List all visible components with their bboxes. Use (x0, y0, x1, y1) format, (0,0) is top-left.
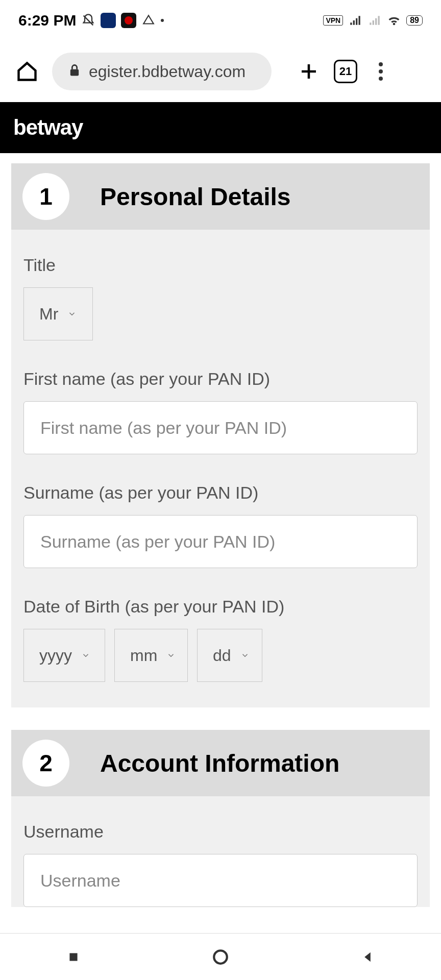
app-icon-1 (101, 13, 116, 28)
section-header: 1 Personal Details (11, 163, 430, 230)
dob-field: Date of Birth (as per your PAN ID) yyyy … (23, 597, 418, 682)
status-right: VPN 89 (323, 13, 423, 28)
status-time: 6:29 PM (18, 12, 76, 29)
browser-menu-button[interactable] (371, 60, 391, 83)
section-title: Account Information (100, 749, 339, 777)
signal-icon-2 (368, 13, 382, 28)
section-body: Title Mr First name (as per your PAN ID)… (11, 230, 430, 707)
url-text: egister.bdbetway.com (89, 62, 246, 81)
status-left: 6:29 PM (18, 12, 164, 29)
surname-field: Surname (as per your PAN ID) (23, 483, 418, 568)
year-select[interactable]: yyyy (23, 629, 105, 682)
tab-switcher-button[interactable]: 21 (334, 60, 357, 83)
section-title: Personal Details (100, 183, 291, 211)
personal-details-section: 1 Personal Details Title Mr First name (… (11, 163, 430, 707)
month-value: mm (130, 646, 157, 665)
tab-count: 21 (339, 65, 352, 78)
new-tab-button[interactable] (297, 60, 321, 83)
chevron-down-icon (166, 651, 176, 660)
account-information-section: 2 Account Information Username (11, 730, 430, 907)
wifi-icon (387, 13, 401, 28)
svg-point-2 (214, 950, 227, 964)
chevron-down-icon (240, 651, 250, 660)
chevron-down-icon (67, 309, 77, 318)
svg-rect-0 (70, 69, 79, 76)
firstname-label: First name (as per your PAN ID) (23, 369, 418, 389)
month-select[interactable]: mm (114, 629, 188, 682)
svg-rect-1 (69, 953, 77, 961)
dob-select-group: yyyy mm dd (23, 629, 418, 682)
back-button[interactable] (357, 947, 378, 967)
chevron-down-icon (81, 651, 90, 660)
url-bar[interactable]: egister.bdbetway.com (52, 53, 272, 90)
signal-icon (348, 13, 362, 28)
username-field: Username (23, 822, 418, 907)
step-number: 2 (22, 740, 69, 787)
brand-header: betway (0, 102, 441, 153)
step-number: 1 (22, 173, 69, 220)
battery-icon: 89 (406, 15, 423, 26)
username-label: Username (23, 822, 418, 842)
mute-icon (81, 13, 95, 28)
section-body: Username (11, 796, 430, 907)
more-dot-icon (161, 19, 164, 22)
title-select[interactable]: Mr (23, 287, 93, 340)
title-label: Title (23, 255, 418, 275)
title-field: Title Mr (23, 255, 418, 340)
section-header: 2 Account Information (11, 730, 430, 796)
firstname-field: First name (as per your PAN ID) (23, 369, 418, 454)
username-input[interactable] (23, 854, 418, 907)
lock-icon (67, 63, 82, 80)
drive-icon (141, 13, 156, 28)
surname-label: Surname (as per your PAN ID) (23, 483, 418, 503)
page-content: 1 Personal Details Title Mr First name (… (0, 153, 441, 907)
browser-home-button[interactable] (15, 60, 39, 83)
firstname-input[interactable] (23, 401, 418, 454)
title-value: Mr (39, 305, 58, 324)
app-icon-2 (121, 13, 136, 28)
kebab-dot-icon (379, 69, 383, 74)
system-nav-bar (0, 933, 441, 980)
recent-apps-button[interactable] (63, 947, 84, 967)
surname-input[interactable] (23, 515, 418, 568)
kebab-dot-icon (379, 77, 383, 81)
kebab-dot-icon (379, 62, 383, 66)
year-value: yyyy (39, 646, 72, 665)
browser-bar: egister.bdbetway.com 21 (0, 41, 441, 102)
status-bar: 6:29 PM VPN 89 (0, 0, 441, 41)
day-value: dd (213, 646, 231, 665)
day-select[interactable]: dd (197, 629, 262, 682)
vpn-icon: VPN (323, 15, 343, 26)
brand-logo: betway (13, 115, 83, 140)
home-button[interactable] (210, 947, 231, 967)
dob-label: Date of Birth (as per your PAN ID) (23, 597, 418, 617)
